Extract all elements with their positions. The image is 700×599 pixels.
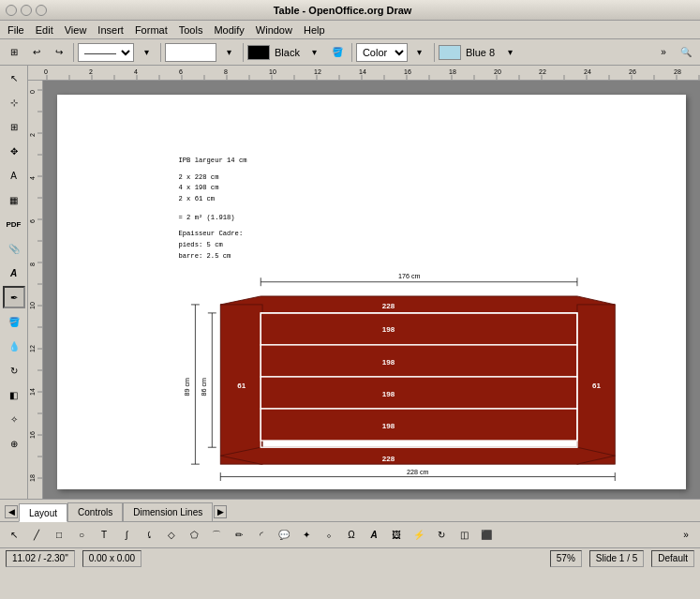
tab-dimension-lines[interactable]: Dimension Lines [123, 502, 213, 521]
bt-ellipse[interactable]: ○ [71, 525, 92, 546]
minimize-button[interactable] [21, 5, 32, 16]
color-name-label: Black [272, 47, 303, 58]
menu-modify[interactable]: Modify [208, 22, 249, 37]
svg-marker-12 [220, 296, 615, 313]
bt-fromfile[interactable]: 🖼 [386, 525, 407, 546]
fill-style-select[interactable]: Color [356, 43, 408, 62]
bt-special[interactable]: Ω [341, 525, 362, 546]
bt-overflow2[interactable]: » [676, 525, 696, 546]
tool-table[interactable]: ▦ [3, 188, 25, 211]
tool-zoom[interactable]: ⊞ [3, 115, 25, 138]
bt-rect[interactable]: □ [49, 525, 69, 546]
position-value: 11.02 / -2.30" [12, 553, 68, 563]
menu-help[interactable]: Help [298, 22, 331, 37]
search-button[interactable]: 🔍 [676, 42, 696, 63]
overflow-button[interactable]: » [653, 42, 674, 63]
fill-bucket-icon[interactable]: 🪣 [327, 42, 348, 63]
bt-star[interactable]: ✦ [296, 525, 317, 546]
menu-insert[interactable]: Insert [92, 22, 129, 37]
slide-status: Slide 1 / 5 [589, 550, 644, 567]
svg-rect-18 [261, 377, 577, 409]
arrow-left-button[interactable]: ↩ [26, 42, 47, 63]
svg-text:198: 198 [382, 358, 395, 367]
tab-scroll-left[interactable]: ◀ [5, 505, 18, 518]
svg-text:198: 198 [382, 390, 395, 398]
menu-file[interactable]: File [2, 22, 30, 37]
bt-polygon[interactable]: ⬠ [184, 525, 204, 546]
bt-bezier[interactable]: ⌒ [206, 525, 227, 546]
svg-rect-16 [261, 313, 577, 345]
menu-tools[interactable]: Tools [173, 22, 209, 37]
tool-fontwork[interactable]: A [3, 262, 25, 284]
line-style-dropdown[interactable]: ▾ [136, 42, 156, 63]
svg-text:61: 61 [237, 382, 246, 391]
tool-eyedrop[interactable]: 💧 [3, 335, 25, 357]
svg-text:Epaisseur Cadre:: Epaisseur Cadre: [178, 230, 243, 237]
canvas-scroll[interactable]: IPB largeur 14 cm 2 x 228 cm 4 x 198 cm … [43, 81, 700, 499]
bt-select[interactable]: ↖ [4, 525, 24, 546]
svg-text:198: 198 [382, 325, 395, 334]
line-width-dropdown[interactable]: ▾ [218, 42, 239, 63]
tab-layout[interactable]: Layout [19, 503, 67, 522]
menu-window[interactable]: Window [250, 22, 298, 37]
window-controls[interactable] [6, 5, 47, 16]
position-status: 11.02 / -2.30" [6, 550, 75, 567]
close-button[interactable] [6, 5, 17, 16]
tool-snap[interactable]: ⊕ [3, 432, 25, 455]
horizontal-ruler [28, 66, 700, 81]
fill-color-dropdown[interactable]: ▾ [499, 42, 520, 63]
svg-text:2 x  61 cm: 2 x 61 cm [178, 195, 215, 202]
bt-freehand[interactable]: ✏ [229, 525, 249, 546]
tool-pdf[interactable]: PDF [3, 213, 25, 235]
bt-text[interactable]: T [94, 525, 114, 546]
tool-3d[interactable]: ◧ [3, 383, 25, 406]
line-style-select[interactable]: ————— [78, 43, 134, 62]
tab-scroll-right[interactable]: ▶ [214, 505, 227, 518]
tool-pan[interactable]: ✥ [3, 140, 25, 162]
size-value: 0.00 x 0.00 [89, 553, 135, 563]
bt-connector[interactable]: ⤹ [139, 525, 159, 546]
menu-format[interactable]: Format [129, 22, 173, 37]
bt-line[interactable]: ╱ [26, 525, 47, 546]
tab-controls[interactable]: Controls [67, 502, 123, 521]
separator-5 [434, 43, 435, 62]
line-width-input[interactable]: 0.00cm [165, 43, 216, 62]
svg-text:= 2 m²  (1.918): = 2 m² (1.918) [178, 214, 234, 221]
maximize-button[interactable] [36, 5, 47, 16]
menu-view[interactable]: View [59, 22, 93, 37]
bt-fontwork[interactable]: A [364, 525, 384, 546]
bt-effects[interactable]: ⚡ [409, 525, 429, 546]
grid-button[interactable]: ⊞ [4, 42, 24, 63]
bt-callout[interactable]: 💬 [274, 525, 294, 546]
arrow-right-button[interactable]: ↪ [49, 42, 69, 63]
bt-arc[interactable]: ◜ [251, 525, 272, 546]
main-area: IPB largeur 14 cm 2 x 228 cm 4 x 198 cm … [28, 66, 700, 499]
bt-flow[interactable]: ⬦ [319, 525, 339, 546]
left-sidebar: ↖ ⊹ ⊞ ✥ A ▦ PDF 📎 A ✒ 🪣 💧 ↻ ◧ ✧ ⊕ [0, 66, 28, 499]
bt-shadow[interactable]: ◫ [454, 525, 474, 546]
zoom-status[interactable]: 57% [550, 550, 582, 567]
menu-edit[interactable]: Edit [30, 22, 59, 37]
tool-rotate[interactable]: ↻ [3, 359, 25, 382]
canvas-page: IPB largeur 14 cm 2 x 228 cm 4 x 198 cm … [57, 95, 686, 489]
svg-text:pieds: 5   cm: pieds: 5 cm [178, 241, 222, 248]
tool-text[interactable]: A [3, 164, 25, 187]
tool-draw[interactable]: ✒ [3, 286, 25, 308]
drawing-content: IPB largeur 14 cm 2 x 228 cm 4 x 198 cm … [57, 95, 686, 489]
bt-shapes[interactable]: ◇ [161, 525, 182, 546]
svg-text:4 x 198 cm: 4 x 198 cm [178, 184, 218, 191]
tool-select[interactable]: ⊹ [3, 91, 25, 113]
layout-status: Default [651, 550, 694, 567]
color-dropdown[interactable]: ▾ [305, 42, 325, 63]
tool-effects[interactable]: ✧ [3, 408, 25, 430]
status-bar: 11.02 / -2.30" 0.00 x 0.00 57% Slide 1 /… [0, 547, 700, 568]
bt-rotate[interactable]: ↻ [431, 525, 452, 546]
bt-curve[interactable]: ∫ [116, 525, 137, 546]
canvas-with-ruler: IPB largeur 14 cm 2 x 228 cm 4 x 198 cm … [28, 81, 700, 499]
tool-clip[interactable]: 📎 [3, 237, 25, 260]
bt-extrude[interactable]: ⬛ [476, 525, 497, 546]
color-preview [247, 45, 270, 60]
tool-fill[interactable]: 🪣 [3, 310, 25, 333]
tool-arrow[interactable]: ↖ [3, 67, 25, 89]
fill-style-dropdown[interactable]: ▾ [410, 42, 430, 63]
